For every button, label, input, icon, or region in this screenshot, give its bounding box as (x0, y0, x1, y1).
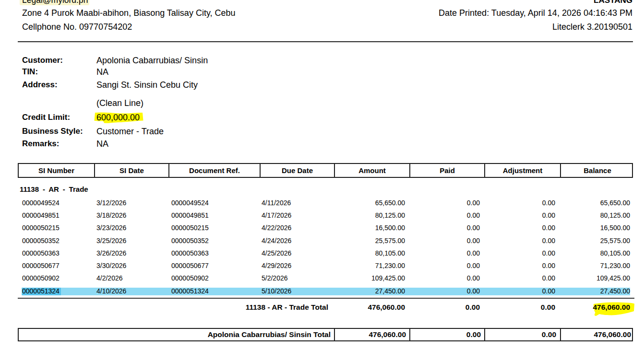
company-email: Legal@mylord.ph (22, 0, 88, 4)
cell-balance: 27,450.00 (559, 285, 633, 297)
cell-date: 3/12/2026 (93, 197, 167, 209)
cell-ref: 0000050215 (167, 222, 259, 234)
cell-due: 4/22/2026 (259, 222, 333, 234)
cell-date: 4/10/2026 (93, 285, 167, 297)
customer-field-value: (Clean Line) (96, 99, 143, 107)
report-user: LASTANG (594, 0, 632, 5)
customer-field-value: Sangi St. Sinsin Cebu City (96, 81, 198, 89)
group-total-amount: 476,060.00 (333, 303, 408, 312)
cell-adj: 0.00 (483, 234, 559, 246)
cell-adj: 0.00 (483, 209, 559, 222)
cell-si: 0000051324 (18, 285, 93, 297)
cell-adj: 0.00 (483, 259, 559, 272)
cell-si: 0000050677 (18, 259, 93, 272)
cell-amount: 16,500.00 (333, 222, 408, 234)
customer-field-value: NA (96, 68, 108, 76)
customer-field-label: Business Style: (22, 127, 83, 136)
group-total-adjustment: 0.00 (483, 303, 559, 312)
column-header-paid: Paid (409, 164, 484, 177)
cell-si: 0000050215 (18, 222, 93, 234)
cell-ref: 0000050677 (167, 259, 259, 272)
cell-adj: 0.00 (483, 247, 559, 259)
cell-date: 3/26/2026 (93, 247, 167, 259)
cell-due: 4/24/2026 (259, 234, 333, 246)
customer-field-value: NA (96, 140, 108, 148)
cell-paid: 0.00 (408, 197, 483, 209)
cell-si: 0000050902 (18, 272, 93, 284)
cell-amount: 65,650.00 (333, 197, 408, 209)
customer-field-label: TIN: (22, 68, 38, 76)
group-total-balance: 476,060.00 (559, 303, 633, 312)
cell-amount: 80,125.00 (333, 209, 408, 222)
cell-adj: 0.00 (483, 197, 559, 209)
column-header-document-ref: Document Ref. (168, 164, 260, 177)
report-page: Legal@mylord.ph LASTANG Zone 4 Purok Maa… (0, 0, 644, 350)
cell-si: 0000050363 (18, 247, 93, 259)
cell-amount: 25,575.00 (333, 234, 408, 246)
invoice-row[interactable]: 00000503633/26/202600000503634/25/202680… (18, 247, 633, 259)
group-total-row: 11138 - AR - Trade Total 476,060.00 0.00… (18, 303, 633, 312)
group-total-label: 11138 - AR - Trade Total (167, 303, 333, 312)
cell-balance: 80,125.00 (559, 209, 633, 222)
cell-adj: 0.00 (483, 285, 559, 297)
cell-date: 3/30/2026 (93, 259, 167, 272)
cell-ref: 0000050352 (167, 234, 259, 246)
cell-amount: 27,450.00 (333, 285, 408, 297)
grand-total-amount: 476,060.00 (334, 329, 409, 340)
column-header-si-date: SI Date (94, 164, 168, 177)
customer-field-label: Remarks: (22, 140, 60, 148)
cell-balance: 25,575.00 (559, 234, 633, 246)
cell-si: 0000050352 (18, 234, 93, 246)
column-header-amount: Amount (334, 164, 409, 177)
cell-paid: 0.00 (408, 272, 483, 284)
customer-field-value: Customer - Trade (96, 127, 164, 136)
cell-si: 0000049851 (18, 209, 93, 222)
invoice-row[interactable]: 00000503523/25/202600000503524/24/202625… (18, 234, 633, 246)
cell-date: 3/25/2026 (93, 234, 167, 246)
cell-due: 4/25/2026 (259, 247, 333, 259)
cell-amount: 71,230.00 (333, 259, 408, 272)
column-header-balance: Balance (560, 164, 634, 177)
cell-balance: 80,105.00 (559, 247, 633, 259)
header-divider (18, 41, 633, 42)
cell-paid: 0.00 (408, 234, 483, 246)
customer-field-value: Apolonia Cabarrubias/ Sinsin (96, 56, 208, 65)
customer-field-label: Customer: (22, 56, 63, 65)
cell-adj: 0.00 (483, 222, 559, 234)
grand-total-paid: 0.00 (409, 329, 484, 340)
cell-amount: 80,105.00 (333, 247, 408, 259)
invoice-row[interactable]: 00000506773/30/202600000506774/29/202671… (18, 259, 633, 272)
cell-date: 3/23/2026 (93, 222, 167, 234)
cell-si: 0000049524 (18, 197, 93, 209)
company-phone: Cellphone No. 09770754202 (22, 23, 132, 31)
cell-ref: 0000050902 (167, 272, 259, 284)
cell-balance: 109,425.00 (559, 272, 633, 284)
cell-ref: 0000049851 (167, 209, 259, 222)
customer-field-label: Credit Limit: (22, 113, 70, 122)
cell-paid: 0.00 (408, 285, 483, 297)
table-body: 00000495243/12/202600000495244/11/202665… (18, 197, 633, 297)
group-total-paid: 0.00 (408, 303, 483, 312)
cell-due: 4/11/2026 (259, 197, 333, 209)
invoice-row[interactable]: 00000495243/12/202600000495244/11/202665… (18, 197, 633, 209)
table-header: SI NumberSI DateDocument Ref.Due DateAmo… (18, 163, 633, 178)
cell-ref: 0000049524 (167, 197, 259, 209)
column-header-adjustment: Adjustment (484, 164, 560, 177)
cell-date: 3/18/2026 (93, 209, 167, 222)
customer-field-label: Address: (22, 81, 58, 89)
invoice-row[interactable]: 00000513244/10/202600000513245/10/202627… (18, 285, 633, 297)
group-title: 11138 - AR - Trade (20, 185, 88, 194)
cell-balance: 65,650.00 (559, 197, 633, 209)
grand-total-label: Apolonia Cabarrubias/ Sinsin Total (19, 329, 334, 340)
date-printed: Date Printed: Tuesday, April 14, 2026 04… (439, 9, 632, 17)
invoice-row[interactable]: 00000498513/18/202600000498514/17/202680… (18, 209, 633, 222)
company-address: Zone 4 Purok Maabi-abihon, Biasong Talis… (22, 9, 236, 17)
invoice-row[interactable]: 00000509024/2/202600000509025/2/2026109,… (18, 272, 633, 284)
column-header-due-date: Due Date (260, 164, 334, 177)
cell-paid: 0.00 (408, 259, 483, 272)
cell-due: 4/17/2026 (259, 209, 333, 222)
cell-balance: 71,230.00 (559, 259, 633, 272)
invoice-row[interactable]: 00000502153/23/202600000502154/22/202616… (18, 222, 633, 234)
cell-ref: 0000051324 (167, 285, 259, 297)
grand-total-balance: 476,060.00 (560, 329, 634, 340)
